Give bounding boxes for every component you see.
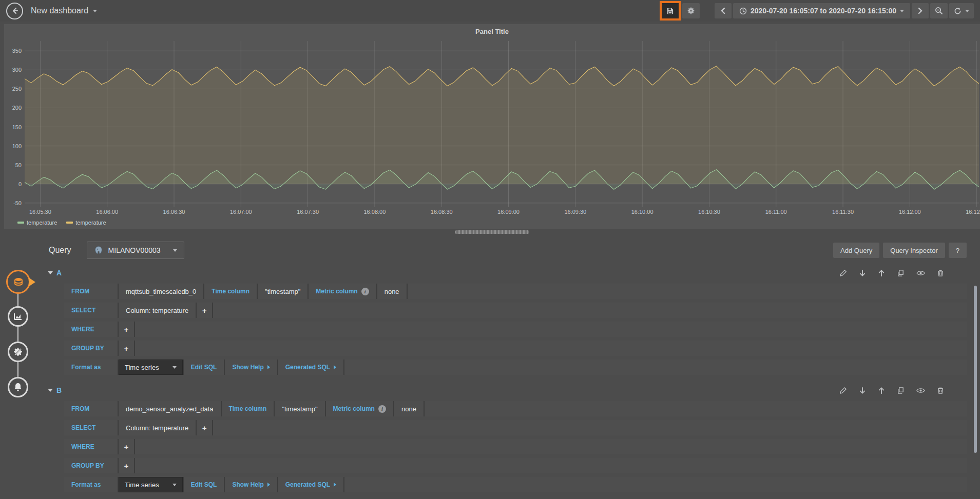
zoom-out-button[interactable] xyxy=(930,3,948,18)
add-where-button[interactable]: + xyxy=(119,322,134,337)
refresh-icon xyxy=(954,7,962,15)
add-select-button[interactable]: + xyxy=(197,420,212,435)
query-section-title: Query xyxy=(49,246,71,255)
row-filler xyxy=(213,303,967,318)
select-row: SELECT Column: temperature + xyxy=(64,420,967,435)
format-as-dropdown[interactable]: Time series xyxy=(119,477,183,492)
time-back-button[interactable] xyxy=(715,3,732,18)
y-axis-label: -50 xyxy=(4,200,22,206)
panel-resize-handle[interactable] xyxy=(455,230,529,234)
table-segment[interactable]: demo_sensor_analyzed_data xyxy=(119,401,221,416)
time-column-label[interactable]: Time column xyxy=(222,401,274,416)
query-inspector-button[interactable]: Query Inspector xyxy=(883,243,945,258)
select-column-segment[interactable]: Column: temperature xyxy=(119,420,196,435)
tab-queries[interactable] xyxy=(6,270,30,294)
chevron-down-icon xyxy=(173,249,177,252)
datasource-picker[interactable]: MILANOV00003 xyxy=(87,242,184,259)
toggle-query-eye-icon[interactable] xyxy=(916,387,925,394)
add-where-button[interactable]: + xyxy=(119,439,134,454)
query-area-scrollbar[interactable] xyxy=(974,286,977,453)
x-axis: 16:05:3016:06:0016:06:3016:07:0016:07:30… xyxy=(25,209,979,216)
metric-column-value[interactable]: none xyxy=(394,401,424,416)
show-help-button[interactable]: Show Help xyxy=(225,360,277,375)
time-column-value[interactable]: "timestamp" xyxy=(258,284,308,299)
graph-panel: Panel Title 350300250200150100500-50 16:… xyxy=(4,24,980,229)
group-by-label: GROUP BY xyxy=(64,341,118,356)
chevron-left-icon xyxy=(720,7,725,14)
zoom-out-magnifier-icon xyxy=(935,7,943,15)
duplicate-query-icon[interactable] xyxy=(897,387,905,394)
edit-query-pencil-icon[interactable] xyxy=(839,269,847,277)
metric-column-label[interactable]: Metric column i xyxy=(309,284,376,299)
dashboard-settings-button[interactable] xyxy=(682,3,700,18)
help-button[interactable]: ? xyxy=(949,243,967,258)
save-dashboard-button[interactable] xyxy=(662,3,679,18)
add-select-button[interactable]: + xyxy=(197,303,212,318)
dashboard-title[interactable]: New dashboard xyxy=(31,6,97,15)
tab-general[interactable] xyxy=(8,342,28,362)
plot-area[interactable] xyxy=(25,41,979,207)
move-query-down-icon[interactable] xyxy=(859,387,866,394)
metric-column-value[interactable]: none xyxy=(377,284,407,299)
query-letter[interactable]: B xyxy=(56,386,62,394)
edit-sql-button[interactable]: Edit SQL xyxy=(184,477,224,492)
format-as-dropdown[interactable]: Time series xyxy=(119,360,183,375)
refresh-button[interactable] xyxy=(949,3,974,18)
row-filler xyxy=(408,284,967,299)
move-query-up-icon[interactable] xyxy=(878,269,885,277)
legend-item-temperature-green[interactable]: temperature xyxy=(17,219,57,226)
expand-arrow-icon xyxy=(267,365,270,369)
time-range-picker[interactable]: 2020-07-20 16:05:07 to 2020-07-20 16:15:… xyxy=(733,3,910,18)
generated-sql-button[interactable]: Generated SQL xyxy=(278,360,343,375)
move-query-up-icon[interactable] xyxy=(878,387,885,394)
metric-column-label[interactable]: Metric column i xyxy=(326,401,393,416)
add-group-by-button[interactable]: + xyxy=(119,458,134,473)
x-axis-label: 16:06:30 xyxy=(156,209,192,215)
x-axis-label: 16:08:00 xyxy=(357,209,393,215)
y-axis-label: 250 xyxy=(4,86,22,92)
tab-alert[interactable] xyxy=(8,377,28,397)
y-axis-label: 300 xyxy=(4,67,22,73)
delete-query-trash-icon[interactable] xyxy=(937,387,944,394)
row-filler xyxy=(213,420,967,435)
y-axis: 350300250200150100500-50 xyxy=(4,41,22,207)
y-axis-label: 100 xyxy=(4,143,22,149)
legend-swatch-yellow xyxy=(66,222,73,224)
move-query-down-icon[interactable] xyxy=(859,269,866,277)
table-segment[interactable]: mqttsub_timescaledb_0 xyxy=(119,284,203,299)
edit-query-pencil-icon[interactable] xyxy=(839,387,847,394)
generated-sql-button[interactable]: Generated SQL xyxy=(278,477,343,492)
expand-arrow-icon xyxy=(334,365,336,369)
collapse-caret-icon[interactable] xyxy=(48,389,53,392)
add-group-by-button[interactable]: + xyxy=(119,341,134,356)
tab-visualization[interactable] xyxy=(8,306,28,327)
y-axis-label: 150 xyxy=(4,124,22,130)
time-forward-button[interactable] xyxy=(912,3,929,18)
save-floppy-icon xyxy=(666,7,674,15)
chart-legend: temperature temperature xyxy=(17,219,106,226)
legend-label: temperature xyxy=(75,219,106,226)
panel-title[interactable]: Panel Title xyxy=(4,28,980,35)
query-letter[interactable]: A xyxy=(56,269,62,277)
expand-arrow-icon xyxy=(334,483,336,487)
legend-swatch-green xyxy=(17,222,24,224)
show-help-button[interactable]: Show Help xyxy=(225,477,277,492)
edit-sql-button[interactable]: Edit SQL xyxy=(184,360,224,375)
row-filler xyxy=(344,477,967,492)
select-row: SELECT Column: temperature + xyxy=(64,303,967,318)
select-column-segment[interactable]: Column: temperature xyxy=(119,303,196,318)
add-query-button[interactable]: Add Query xyxy=(833,243,879,258)
duplicate-query-icon[interactable] xyxy=(897,269,905,277)
legend-item-temperature-yellow[interactable]: temperature xyxy=(66,219,106,226)
time-column-label[interactable]: Time column xyxy=(204,284,257,299)
time-column-value[interactable]: "timestamp" xyxy=(275,401,324,416)
collapse-caret-icon[interactable] xyxy=(48,271,53,274)
back-button[interactable] xyxy=(6,3,23,19)
database-cylinders-icon xyxy=(12,276,25,288)
row-filler xyxy=(135,439,967,454)
x-axis-label: 16:09:00 xyxy=(491,209,527,215)
toggle-query-eye-icon[interactable] xyxy=(916,270,925,276)
metric-column-text: Metric column xyxy=(333,405,375,412)
delete-query-trash-icon[interactable] xyxy=(937,269,944,277)
format-row: Format as Time series Edit SQL Show Help… xyxy=(64,477,967,492)
